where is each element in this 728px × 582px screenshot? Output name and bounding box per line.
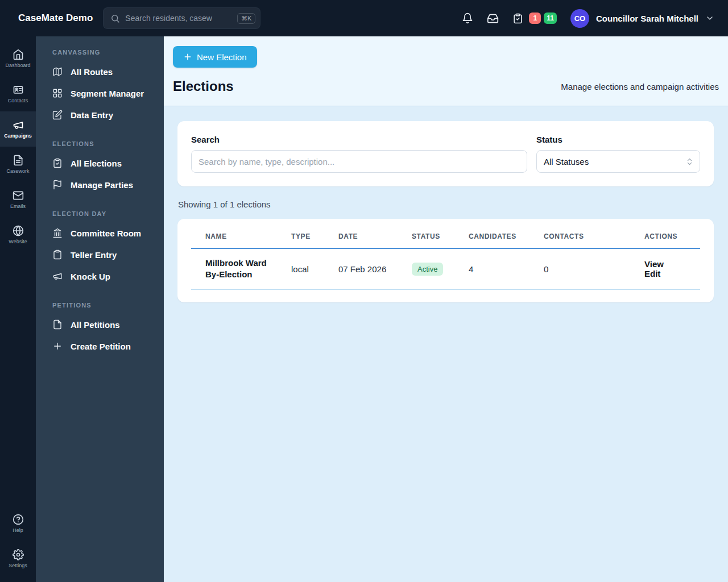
column-header-date: Date <box>334 222 407 248</box>
rail-item-casework[interactable]: Casework <box>0 147 36 182</box>
sidebar-item-data-entry[interactable]: Data Entry <box>36 104 164 126</box>
gear-icon <box>13 549 24 560</box>
page-subtitle: Manage elections and campaign activities <box>561 82 719 92</box>
file-icon <box>52 319 63 330</box>
cell-election-type: local <box>287 248 334 289</box>
user-name: Councillor Sarah Mitchell <box>596 14 698 23</box>
sidebar-item-all-elections[interactable]: All Elections <box>36 152 164 174</box>
status-label: Status <box>536 135 700 144</box>
search-shortcut-badge: ⌘K <box>237 13 255 24</box>
alert-badge-red[interactable]: 1 <box>529 13 541 24</box>
bell-icon[interactable] <box>462 13 473 24</box>
rail-item-campaigns[interactable]: Campaigns <box>0 111 36 147</box>
elections-table-card: Name Type Date Status Candidates Contact… <box>177 219 714 302</box>
icon-rail: Dashboard Contacts Campaigns Casework Em… <box>0 36 36 582</box>
sidebar-item-committee-room[interactable]: Committee Room <box>36 222 164 244</box>
megaphone-icon <box>52 271 63 281</box>
clipboard-icon <box>52 158 63 168</box>
home-icon <box>13 49 24 60</box>
column-header-status: Status <box>407 222 464 248</box>
building-icon <box>52 228 63 238</box>
status-badge: Active <box>412 263 443 276</box>
plus-icon <box>52 341 63 351</box>
grid-icon <box>52 88 63 98</box>
view-button[interactable]: View <box>644 259 664 269</box>
cell-contacts-count: 0 <box>539 248 640 289</box>
column-header-type: Type <box>287 222 334 248</box>
section-election-day: ELECTION DAY Committee Room Teller Entry… <box>36 210 164 287</box>
plus-icon <box>183 52 192 61</box>
section-elections: ELECTIONS All Elections Manage Parties <box>36 140 164 196</box>
top-header: CaseMate Demo ⌘K 1 11 CO Councillor Sara… <box>0 0 728 36</box>
cell-actions: View Edit <box>640 248 700 289</box>
status-select-value: All Statuses <box>544 157 589 167</box>
section-title: ELECTIONS <box>36 140 164 152</box>
chevrons-up-down-icon <box>685 157 694 166</box>
cell-election-status: Active <box>407 248 464 289</box>
user-menu[interactable]: CO Councillor Sarah Mitchell <box>570 9 714 28</box>
elections-table: Name Type Date Status Candidates Contact… <box>191 222 700 290</box>
section-canvassing: CANVASSING All Routes Segment Manager Da… <box>36 49 164 126</box>
megaphone-icon <box>13 119 24 131</box>
cell-election-date: 07 Feb 2026 <box>334 248 407 289</box>
tasks-icon[interactable] <box>512 13 523 24</box>
filter-panel: Search Status All Statuses <box>177 121 714 186</box>
column-header-name: Name <box>191 222 287 248</box>
clipboard-icon <box>52 250 63 260</box>
table-row: Millbrook Ward By-Election local 07 Feb … <box>191 248 700 289</box>
search-icon <box>110 14 120 23</box>
column-header-actions: Actions <box>640 222 700 248</box>
sidebar-item-all-routes[interactable]: All Routes <box>36 61 164 82</box>
edit-button[interactable]: Edit <box>644 269 660 278</box>
sidebar-item-all-petitions[interactable]: All Petitions <box>36 314 164 335</box>
table-header-row: Name Type Date Status Candidates Contact… <box>191 222 700 248</box>
search-label: Search <box>191 135 527 144</box>
map-icon <box>52 66 63 77</box>
rail-item-dashboard[interactable]: Dashboard <box>0 41 36 76</box>
chevron-down-icon <box>705 14 714 23</box>
global-search[interactable]: ⌘K <box>103 7 260 29</box>
rail-item-website[interactable]: Website <box>0 217 36 252</box>
global-search-input[interactable] <box>125 14 232 23</box>
status-select[interactable]: All Statuses <box>536 150 700 173</box>
new-election-button[interactable]: New Election <box>173 46 257 68</box>
pencil-icon <box>52 110 63 120</box>
section-title: CANVASSING <box>36 49 164 61</box>
cell-election-name: Millbrook Ward By-Election <box>191 248 287 289</box>
section-petitions: PETITIONS All Petitions Create Petition <box>36 302 164 357</box>
rail-item-help[interactable]: Help <box>0 506 36 541</box>
section-title: ELECTION DAY <box>36 210 164 222</box>
sidebar-item-create-petition[interactable]: Create Petition <box>36 335 164 357</box>
sidebar-item-knock-up[interactable]: Knock Up <box>36 265 164 287</box>
campaigns-sidebar: CANVASSING All Routes Segment Manager Da… <box>36 36 164 582</box>
rail-item-settings[interactable]: Settings <box>0 541 36 576</box>
column-header-candidates: Candidates <box>464 222 539 248</box>
envelope-icon <box>13 190 24 201</box>
rail-item-emails[interactable]: Emails <box>0 182 36 217</box>
help-icon <box>13 514 24 525</box>
main-content: New Election Elections Manage elections … <box>164 36 728 582</box>
inbox-icon[interactable] <box>487 13 499 24</box>
alert-badge-green[interactable]: 11 <box>544 13 557 24</box>
sidebar-item-manage-parties[interactable]: Manage Parties <box>36 174 164 196</box>
app-title: CaseMate Demo <box>18 13 93 24</box>
results-summary: Showing 1 of 1 elections <box>178 199 714 209</box>
file-icon <box>13 155 24 166</box>
page-title: Elections <box>173 78 234 94</box>
column-header-contacts: Contacts <box>539 222 640 248</box>
avatar: CO <box>570 9 589 28</box>
flag-icon <box>52 180 63 190</box>
elections-search-input[interactable] <box>191 150 527 173</box>
rail-item-contacts[interactable]: Contacts <box>0 76 36 111</box>
cell-candidates-count: 4 <box>464 248 539 289</box>
contacts-icon <box>13 84 24 95</box>
sidebar-item-teller-entry[interactable]: Teller Entry <box>36 244 164 265</box>
sidebar-item-segment-manager[interactable]: Segment Manager <box>36 82 164 104</box>
section-title: PETITIONS <box>36 302 164 314</box>
globe-icon <box>13 225 24 236</box>
